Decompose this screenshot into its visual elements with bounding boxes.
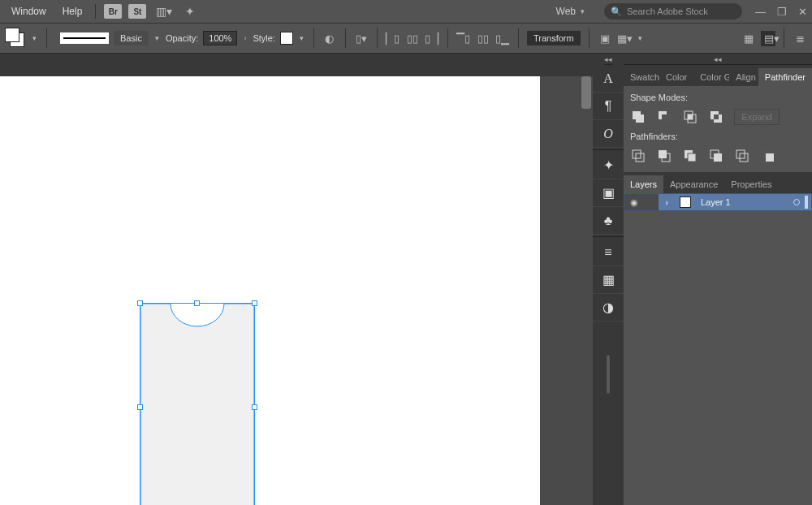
chevron-down-icon[interactable]: ▾ xyxy=(298,34,305,42)
restore-button[interactable]: ❐ xyxy=(777,6,787,18)
chevron-down-icon[interactable]: ▾ xyxy=(31,34,38,42)
layer-name[interactable]: Layer 1 xyxy=(696,194,736,210)
document-area xyxy=(0,54,593,505)
svg-rect-3 xyxy=(662,114,670,123)
app-body: ◂◂ A ¶ O ✦ ▣ ♣ ≡ ▦ ◑ ◂◂ Swatches Color C… xyxy=(0,54,812,505)
minus-back-icon[interactable] xyxy=(760,148,776,164)
tshirt-neck-path-icon xyxy=(140,304,254,505)
tab-properties[interactable]: Properties xyxy=(724,175,778,193)
stock-button[interactable]: St xyxy=(128,4,146,19)
close-button[interactable]: ✕ xyxy=(798,6,807,18)
chevron-right-icon[interactable]: › xyxy=(242,34,248,42)
stroke-weight-preview[interactable] xyxy=(60,32,109,44)
expand-layer-icon[interactable]: › xyxy=(659,194,675,210)
collapse-panels-icon[interactable]: ◂◂ xyxy=(624,54,812,65)
arrange-documents-icon[interactable]: ▥▾ xyxy=(151,5,177,18)
chevron-down-icon[interactable]: ▾ xyxy=(153,34,161,42)
search-icon: 🔍 xyxy=(611,6,622,17)
align-top-icon[interactable]: ▔▯ xyxy=(456,32,471,45)
intersect-icon[interactable] xyxy=(682,109,698,125)
menu-help[interactable]: Help xyxy=(56,2,89,20)
graphic-style-swatch[interactable] xyxy=(280,32,293,45)
svg-rect-10 xyxy=(633,150,641,158)
align-to-icon[interactable]: ▯▾ xyxy=(354,32,369,45)
stock-search[interactable]: 🔍 Search Adobe Stock xyxy=(604,3,742,19)
merge-icon[interactable] xyxy=(682,148,698,164)
tab-align[interactable]: Align xyxy=(729,68,758,86)
options-bar: ▾ Basic ▾ Opacity: 100% › Style: ▾ ◐ ▯▾ … xyxy=(0,23,812,54)
transform-button[interactable]: Transform xyxy=(527,31,581,45)
gpu-preview-icon[interactable]: ✦ xyxy=(180,5,200,18)
minimize-button[interactable]: — xyxy=(755,6,766,18)
pathfinder-tabstrip: Swatches Color Color Guide Align Pathfin… xyxy=(624,65,812,86)
visibility-toggle-icon[interactable]: ◉ xyxy=(624,194,644,210)
svg-rect-15 xyxy=(688,153,696,162)
shape-panel-icon[interactable]: ♣ xyxy=(593,207,624,235)
svg-rect-19 xyxy=(740,153,748,162)
align-bottom-icon[interactable]: ▯▁ xyxy=(495,32,510,45)
window-controls: — ❐ ✕ xyxy=(755,6,807,18)
selected-object[interactable] xyxy=(140,304,254,505)
panel-dock-icon[interactable]: ▤▾ xyxy=(761,31,775,46)
workspace-switcher[interactable]: Web ▾ xyxy=(550,4,593,19)
recolor-artwork-icon[interactable]: ◐ xyxy=(322,32,337,45)
vertical-scrollbar[interactable] xyxy=(580,76,593,505)
transform-panel-icon[interactable]: ✦ xyxy=(593,152,624,179)
svg-rect-11 xyxy=(636,153,644,162)
menu-window[interactable]: Window xyxy=(5,2,53,20)
align-vcenter-icon[interactable]: ▯▯ xyxy=(476,32,490,45)
character-panel-icon[interactable]: A xyxy=(593,65,624,93)
isolate-icon[interactable]: ▣ xyxy=(598,32,612,45)
opacity-field[interactable]: 100% xyxy=(203,31,237,45)
layers-panel: ◉ › Layer 1 xyxy=(624,193,812,505)
svg-rect-21 xyxy=(766,153,774,162)
svg-rect-17 xyxy=(714,153,722,162)
align-panel-icon[interactable]: ▣ xyxy=(593,179,624,207)
outline-icon[interactable] xyxy=(734,148,750,164)
trim-icon[interactable] xyxy=(656,148,672,164)
chevron-down-icon[interactable]: ▾ xyxy=(637,34,644,42)
lock-toggle[interactable] xyxy=(644,194,659,210)
stroke-profile-button[interactable]: Basic xyxy=(114,31,149,45)
transparency-panel-icon[interactable]: ◑ xyxy=(593,294,624,322)
layer-row[interactable]: ◉ › Layer 1 xyxy=(624,193,812,211)
bridge-button[interactable]: Br xyxy=(104,4,122,19)
collapse-rail-icon[interactable]: ◂◂ xyxy=(604,54,612,65)
fill-stroke-swatch[interactable] xyxy=(5,28,26,49)
scroll-thumb[interactable] xyxy=(581,76,591,109)
menu-bar: Window Help Br St ▥▾ ✦ Web ▾ 🔍 Search Ad… xyxy=(0,0,812,23)
style-label: Style: xyxy=(253,33,275,43)
edit-contents-icon[interactable]: ▦▾ xyxy=(617,32,632,45)
divide-icon[interactable] xyxy=(630,148,646,164)
align-right-icon[interactable]: ▯▕ xyxy=(425,32,439,45)
layer-thumbnail xyxy=(680,196,691,208)
shape-modes-label: Shape Modes: xyxy=(630,93,806,102)
search-placeholder: Search Adobe Stock xyxy=(627,6,708,16)
stroke-panel-icon[interactable]: ≡ xyxy=(593,239,624,266)
target-icon[interactable] xyxy=(793,199,800,205)
tab-pathfinder[interactable]: Pathfinder xyxy=(758,68,812,86)
opacity-label: Opacity: xyxy=(166,33,198,43)
artboard[interactable] xyxy=(0,76,540,505)
pathfinder-panel: Shape Modes: Expand Pathfinders: xyxy=(624,86,812,172)
tab-color[interactable]: Color xyxy=(659,68,693,86)
opentype-panel-icon[interactable]: O xyxy=(593,120,624,148)
panel-layout-icon[interactable]: ▦ xyxy=(741,32,756,45)
panel-menu-icon[interactable]: ≣ xyxy=(793,32,807,45)
unite-icon[interactable] xyxy=(630,109,646,125)
crop-icon[interactable] xyxy=(708,148,724,164)
align-hcenter-icon[interactable]: ▯▯ xyxy=(405,32,420,45)
right-panels: ◂◂ Swatches Color Color Guide Align Path… xyxy=(624,54,812,505)
tab-swatches[interactable]: Swatches xyxy=(624,68,659,86)
pathfinders-label: Pathfinders: xyxy=(630,132,806,141)
tab-colorguide[interactable]: Color Guide xyxy=(693,68,729,86)
exclude-icon[interactable] xyxy=(708,109,724,125)
panel-resize-handle[interactable] xyxy=(606,354,611,395)
align-left-icon[interactable]: ▏▯ xyxy=(386,32,400,45)
svg-rect-18 xyxy=(736,150,745,158)
tab-appearance[interactable]: Appearance xyxy=(663,175,724,193)
tab-layers[interactable]: Layers xyxy=(624,175,663,193)
gradient-panel-icon[interactable]: ▦ xyxy=(593,266,624,294)
paragraph-panel-icon[interactable]: ¶ xyxy=(593,93,624,120)
minus-front-icon[interactable] xyxy=(656,109,672,125)
